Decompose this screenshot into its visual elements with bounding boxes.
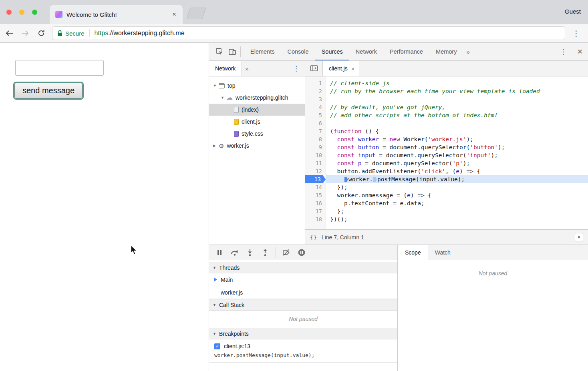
code-editor[interactable]: 123456789101112131415161718 // client-si… [305,76,588,229]
code-line-8[interactable]: const worker = new Worker('worker.js'); [326,135,588,143]
new-tab-button[interactable] [186,8,206,19]
breakpoint-item[interactable]: ✓client.js:13worker.postMessage(input.va… [209,339,397,363]
devtools-close-icon[interactable]: ✕ [572,48,588,56]
line-number-7[interactable]: 7 [305,127,326,135]
code-line-2[interactable]: // run by the browser each time your vie… [326,87,588,95]
step-into-icon[interactable] [244,247,256,258]
expand-panel-icon[interactable]: ▼ [575,233,583,241]
tab-scope[interactable]: Scope [398,245,428,260]
line-number-3[interactable]: 3 [305,95,326,103]
breakpoint-checkbox[interactable]: ✓ [214,343,220,349]
tree-item-workerstepping-glitch[interactable]: ▼☁workerstepping.glitch [209,92,305,104]
breakpoints-section-header[interactable]: ▼ Breakpoints [209,328,397,339]
line-number-5[interactable]: 5 [305,111,326,119]
back-icon[interactable] [2,26,16,40]
thread-item-main[interactable]: Main [209,273,397,286]
devtools-tab-performance[interactable]: Performance [383,43,429,60]
editor-tab-close-icon[interactable]: × [351,65,355,72]
code-line-4[interactable]: // by default, you've got jQuery, [326,103,588,111]
line-number-13[interactable]: 13 [305,175,326,183]
line-number-8[interactable]: 8 [305,135,326,143]
tree-item-client-js[interactable]: client.js [209,116,305,128]
step-out-icon[interactable] [259,247,272,258]
tree-item-style-css[interactable]: style.css [209,128,305,140]
close-window-button[interactable] [6,10,12,15]
line-number-16[interactable]: 16 [305,199,326,207]
tab-close-icon[interactable]: × [171,10,177,18]
threads-section-header[interactable]: ▼ Threads [209,262,397,273]
devtools-tab-console[interactable]: Console [281,43,315,60]
tree-collapse-icon[interactable]: ▼ [221,96,226,100]
sidebar-more-tabs-icon[interactable]: » [242,65,252,72]
code-line-14[interactable]: }); [326,183,588,191]
devtools-tab-memory[interactable]: Memory [429,43,463,60]
browser-tab[interactable]: Welcome to Glitch! × [50,5,183,24]
pause-script-icon[interactable] [213,247,226,258]
code-line-7[interactable]: (function () { [326,127,588,135]
pretty-print-icon[interactable]: {} [310,234,317,241]
line-number-18[interactable]: 18 [305,215,326,223]
code-line-12[interactable]: button.addEventListener('click', (e) => … [326,167,588,175]
line-number-12[interactable]: 12 [305,167,326,175]
devtools-tab-sources[interactable]: Sources [315,43,349,60]
sidebar-menu-icon[interactable]: ⋮ [288,64,305,73]
thread-item-worker-js[interactable]: worker.js [209,286,397,299]
line-number-6[interactable]: 6 [305,119,326,127]
reload-icon[interactable] [34,26,48,40]
step-location-marker-icon[interactable] [373,177,377,182]
device-toolbar-icon[interactable] [226,46,239,58]
line-number-4[interactable]: 4 [305,103,326,111]
line-number-9[interactable]: 9 [305,143,326,151]
tab-watch[interactable]: Watch [428,245,457,260]
line-number-11[interactable]: 11 [305,159,326,167]
line-number-10[interactable]: 10 [305,151,326,159]
line-number-17[interactable]: 17 [305,207,326,215]
step-over-icon[interactable] [228,247,241,258]
zoom-window-button[interactable] [32,10,37,15]
code-line-11[interactable]: const p = document.querySelector('p'); [326,159,588,167]
line-number-15[interactable]: 15 [305,191,326,199]
sidebar-tab-network[interactable]: Network [209,61,242,76]
code-lines[interactable]: // client-side js// run by the browser e… [326,76,588,229]
address-bar[interactable]: Secure https://workerstepping.glitch.me [52,26,565,40]
code-line-6[interactable] [326,119,588,127]
inspect-element-icon[interactable] [213,46,226,58]
code-line-10[interactable]: const input = document.querySelector('in… [326,151,588,159]
tree-collapse-icon[interactable]: ▼ [213,84,219,88]
code-line-5[interactable]: // add other scripts at the bottom of in… [326,111,588,119]
step-location-marker-icon[interactable] [344,177,348,182]
line-number-14[interactable]: 14 [305,183,326,191]
tree-expand-icon[interactable]: ▶ [213,144,219,148]
devtools-menu-icon[interactable]: ⋮ [555,48,572,56]
forward-icon[interactable] [18,26,32,40]
code-line-9[interactable]: const button = document.querySelector('b… [326,143,588,151]
guest-profile-label[interactable]: Guest [565,8,581,15]
devtools-tab-elements[interactable]: Elements [244,43,281,60]
more-panels-icon[interactable]: » [463,48,473,55]
devtools-tab-network[interactable]: Network [349,43,383,60]
tree-item-worker-js[interactable]: ▶⚙worker.js [209,140,305,152]
send-message-button[interactable]: send message [14,83,83,98]
tree-item-index[interactable]: (index) [209,104,305,116]
code-line-17[interactable]: }; [326,207,588,215]
code-line-18[interactable]: })(); [326,215,588,223]
code-line-16[interactable]: p.textContent = e.data; [326,199,588,207]
line-number-1[interactable]: 1 [305,79,326,87]
editor-tab-clientjs[interactable]: client.js × [323,61,359,76]
browser-menu-icon[interactable]: ⋮ [572,29,580,38]
code-line-3[interactable] [326,95,588,103]
code-line-15[interactable]: worker.onmessage = (e) => { [326,191,588,199]
message-input[interactable] [15,60,104,76]
code-line-1[interactable]: // client-side js [326,79,588,87]
deactivate-breakpoints-icon[interactable] [280,247,293,258]
line-number-gutter[interactable]: 123456789101112131415161718 [305,76,326,229]
line-number-2[interactable]: 2 [305,87,326,95]
code-line-13[interactable]: worker.postMessage(input.value); [326,175,588,183]
call-stack-section-header[interactable]: ▼ Call Stack [209,299,397,311]
minimize-window-button[interactable] [19,10,24,15]
pause-on-exceptions-icon[interactable] [295,247,308,258]
code-token: e [456,168,459,174]
code-token: ); [467,136,473,142]
toggle-navigator-icon[interactable] [305,61,323,76]
tree-item-top[interactable]: ▼top [209,80,305,92]
